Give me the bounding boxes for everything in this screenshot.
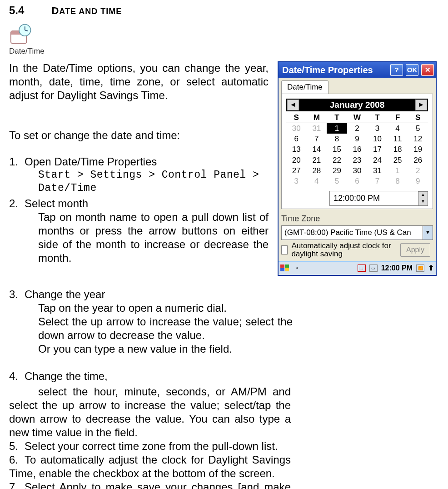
tab-bar: Date/Time bbox=[279, 78, 436, 93]
start-flag-icon[interactable] bbox=[280, 264, 289, 272]
calendar-day[interactable]: 1 bbox=[327, 123, 347, 134]
calendar-day[interactable]: 15 bbox=[327, 144, 347, 155]
dst-checkbox[interactable] bbox=[281, 245, 288, 254]
calendar-day[interactable]: 13 bbox=[286, 144, 307, 155]
next-month-button[interactable]: ► bbox=[415, 100, 427, 110]
calendar-dow: F bbox=[388, 112, 408, 123]
prev-month-button[interactable]: ◄ bbox=[287, 100, 299, 110]
calendar-day[interactable]: 28 bbox=[307, 165, 327, 176]
step-3-num: 3. bbox=[9, 288, 25, 301]
calendar-day[interactable]: 20 bbox=[286, 155, 307, 165]
spin-down-icon[interactable]: ▼ bbox=[418, 199, 428, 205]
calendar-day[interactable]: 22 bbox=[327, 155, 347, 165]
calendar-day[interactable]: 27 bbox=[286, 165, 307, 176]
calendar-day[interactable]: 6 bbox=[286, 134, 307, 144]
calendar-day[interactable]: 31 bbox=[367, 165, 388, 176]
date-time-icon bbox=[9, 23, 34, 45]
calendar-day[interactable]: 10 bbox=[367, 134, 388, 144]
calendar-day[interactable]: 14 bbox=[307, 144, 327, 155]
step-1-code-1: Start > Settings > Control Panel > bbox=[38, 169, 269, 182]
calendar-day[interactable]: 31 bbox=[307, 123, 327, 134]
steps-list-cont: 3.Change the year Tap on the year to ope… bbox=[9, 288, 439, 356]
spin-up-icon[interactable]: ▲ bbox=[418, 192, 428, 199]
intro-paragraph: In the Date/Time options, you can change… bbox=[9, 61, 269, 102]
calendar-day[interactable]: 17 bbox=[367, 144, 388, 155]
step-6-num: 6. bbox=[9, 453, 25, 467]
timezone-select[interactable]: (GMT-08:00) Pacific Time (US & Can bbox=[281, 225, 423, 240]
timezone-dropdown-icon[interactable]: ▼ bbox=[423, 225, 433, 240]
calendar-day[interactable]: 3 bbox=[286, 176, 307, 186]
calendar-day[interactable]: 30 bbox=[347, 165, 368, 176]
step-4-title: Change the time, bbox=[25, 369, 291, 383]
calendar-day[interactable]: 9 bbox=[347, 134, 368, 144]
calendar-day[interactable]: 6 bbox=[347, 176, 368, 186]
calendar-day[interactable]: 8 bbox=[327, 134, 347, 144]
calendar-month-label[interactable]: January 2008 bbox=[300, 100, 414, 110]
time-input[interactable]: 12:00:00 PM bbox=[329, 191, 418, 206]
calendar-day[interactable]: 23 bbox=[347, 155, 368, 165]
calendar-day[interactable]: 2 bbox=[347, 123, 368, 134]
tray-icon-3[interactable]: 📶 bbox=[416, 264, 424, 272]
section-title: DATE AND TIME bbox=[51, 5, 122, 17]
calendar-day[interactable]: 7 bbox=[367, 176, 388, 186]
calendar-day[interactable]: 21 bbox=[307, 155, 327, 165]
step-7-title: Select Apply to make save your changes [… bbox=[9, 481, 291, 489]
calendar-day[interactable]: 12 bbox=[408, 134, 428, 144]
help-button[interactable]: ? bbox=[390, 64, 403, 76]
section-header: 5.4 DATE AND TIME bbox=[9, 0, 439, 23]
calendar-day[interactable]: 24 bbox=[367, 155, 388, 165]
calendar-day[interactable]: 8 bbox=[388, 176, 408, 186]
calendar-day[interactable]: 25 bbox=[388, 155, 408, 165]
steps-list: 1.Open Date/Time Properties Start > Sett… bbox=[9, 155, 269, 265]
svg-rect-6 bbox=[285, 264, 289, 268]
step-6-title: To automatically adjust the clock for Da… bbox=[9, 454, 291, 479]
close-button[interactable]: ✕ bbox=[421, 64, 434, 76]
taskbar-clock: 12:00 PM bbox=[381, 264, 413, 273]
step-5-num: 5. bbox=[9, 439, 25, 453]
screenshot-panel: Date/Time Properties ? OK ✕ Date/Time ◄ … bbox=[278, 61, 439, 276]
step-2-title: Select month bbox=[25, 197, 269, 210]
step-5-title: Select your correct time zone from the p… bbox=[25, 439, 291, 453]
calendar-day[interactable]: 9 bbox=[408, 176, 428, 186]
svg-rect-7 bbox=[280, 268, 284, 271]
calendar-day[interactable]: 30 bbox=[286, 123, 307, 134]
tray-battery-icon[interactable]: ▭ bbox=[369, 264, 378, 272]
ok-button[interactable]: OK bbox=[406, 64, 418, 76]
calendar-day[interactable]: 29 bbox=[327, 165, 347, 176]
calendar-dow: S bbox=[408, 112, 428, 123]
calendar-grid[interactable]: SMTWTFS 30311234567891011121314151617181… bbox=[286, 112, 428, 187]
svg-rect-5 bbox=[280, 264, 284, 268]
calendar-day[interactable]: 7 bbox=[307, 134, 327, 144]
calendar-dow: S bbox=[286, 112, 307, 123]
lead-in: To set or change the date and time: bbox=[9, 129, 269, 142]
window-title: Date/Time Properties bbox=[282, 65, 388, 76]
apply-button[interactable]: Apply bbox=[400, 243, 430, 257]
calendar-dow: M bbox=[307, 112, 327, 123]
calendar-day[interactable]: 5 bbox=[408, 123, 428, 134]
window-titlebar: Date/Time Properties ? OK ✕ bbox=[279, 62, 436, 78]
calendar-day[interactable]: 16 bbox=[347, 144, 368, 155]
calendar-day[interactable]: 3 bbox=[367, 123, 388, 134]
step-3-b1: Tap on the year to open a numeric dial. bbox=[38, 301, 293, 315]
calendar-day[interactable]: 26 bbox=[408, 155, 428, 165]
date-time-icon-label: Date/Time bbox=[9, 46, 439, 56]
calendar-day[interactable]: 5 bbox=[327, 176, 347, 186]
step-3-b2: Select the up arrow to increase the valu… bbox=[38, 315, 293, 342]
calendar-day[interactable]: 4 bbox=[307, 176, 327, 186]
calendar-day[interactable]: 11 bbox=[388, 134, 408, 144]
step-7-num: 7. bbox=[9, 480, 25, 489]
step-2-num: 2. bbox=[9, 197, 25, 210]
step-4-num: 4. bbox=[9, 369, 25, 383]
calendar-day[interactable]: 2 bbox=[408, 165, 428, 176]
calendar-day[interactable]: 4 bbox=[388, 123, 408, 134]
svg-rect-8 bbox=[285, 268, 289, 271]
tab-date-time[interactable]: Date/Time bbox=[281, 80, 329, 93]
calendar-day[interactable]: 19 bbox=[408, 144, 428, 155]
tray-icon-4[interactable]: ⬆ bbox=[428, 264, 434, 273]
tray-icon-2[interactable]: ⬚ bbox=[358, 264, 366, 272]
time-spinner[interactable]: ▲▼ bbox=[418, 191, 428, 206]
tray-icon-1[interactable]: ✦ bbox=[293, 264, 301, 272]
calendar-day[interactable]: 18 bbox=[388, 144, 408, 155]
calendar-day[interactable]: 1 bbox=[388, 165, 408, 176]
calendar-dow: W bbox=[347, 112, 368, 123]
